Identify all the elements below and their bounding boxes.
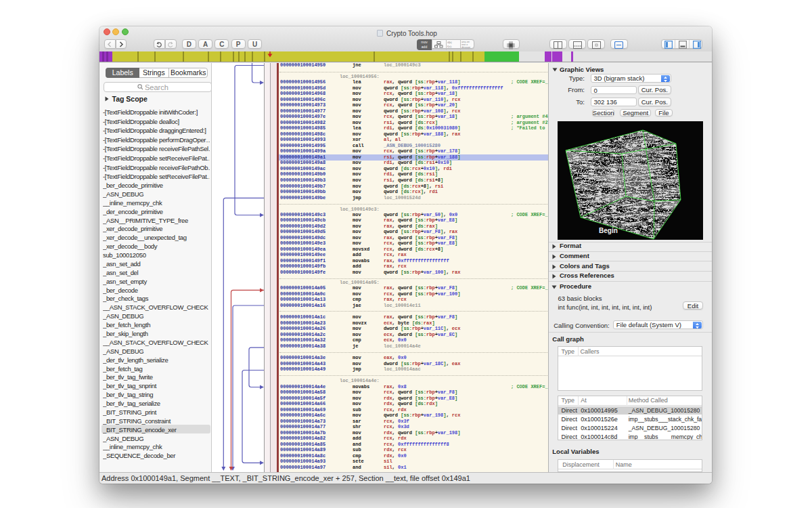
svg-text:Begin: Begin	[599, 227, 618, 234]
